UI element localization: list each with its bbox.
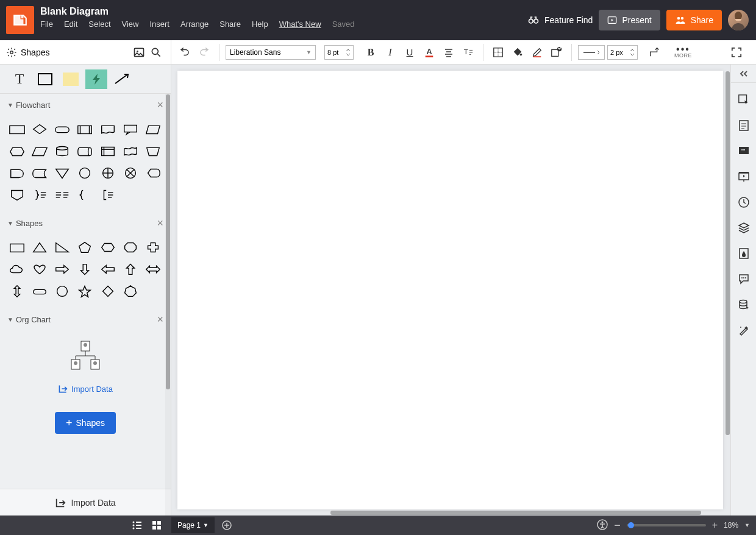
shape-pill[interactable] bbox=[30, 282, 49, 301]
fill-button[interactable] bbox=[509, 44, 526, 61]
menu-insert[interactable]: Insert bbox=[149, 19, 169, 29]
canvas-scrollbar-horizontal[interactable] bbox=[177, 510, 723, 516]
rectangle-tool[interactable] bbox=[34, 69, 56, 89]
orgchart-shape[interactable] bbox=[67, 340, 104, 375]
dock-theme[interactable] bbox=[735, 245, 752, 262]
fullscreen-button[interactable] bbox=[728, 44, 745, 61]
shape-triangle[interactable] bbox=[30, 238, 49, 257]
orgchart-import-link[interactable]: Import Data bbox=[0, 384, 171, 394]
shape-internal-storage[interactable] bbox=[98, 141, 118, 161]
dock-slides[interactable] bbox=[735, 168, 752, 185]
menu-arrange[interactable]: Arrange bbox=[180, 19, 209, 29]
gear-icon[interactable] bbox=[6, 47, 17, 58]
shape-rectangle[interactable] bbox=[7, 238, 27, 257]
shape-direct-data[interactable] bbox=[75, 141, 94, 161]
close-icon[interactable]: × bbox=[157, 99, 163, 112]
menu-view[interactable]: View bbox=[122, 19, 139, 29]
app-logo[interactable] bbox=[6, 6, 34, 34]
shape-note-lines[interactable] bbox=[52, 185, 72, 205]
search-shapes-button[interactable] bbox=[148, 44, 165, 61]
redo-button[interactable] bbox=[196, 44, 213, 61]
section-shapes-header[interactable]: ▼ Shapes × bbox=[0, 212, 171, 234]
shape-arrow-updown[interactable] bbox=[7, 282, 27, 301]
zoom-knob[interactable] bbox=[628, 522, 634, 528]
present-button[interactable]: Present bbox=[599, 10, 660, 30]
shape-hexagon[interactable] bbox=[98, 238, 118, 257]
shape-delay[interactable] bbox=[7, 163, 27, 183]
border-color-button[interactable] bbox=[529, 44, 546, 61]
menu-file[interactable]: File bbox=[40, 19, 53, 29]
menu-select[interactable]: Select bbox=[88, 19, 110, 29]
bold-button[interactable]: B bbox=[362, 44, 379, 61]
document-title[interactable]: Blank Diagram bbox=[40, 6, 527, 19]
shape-process[interactable] bbox=[7, 119, 27, 139]
shape-bracket-left[interactable] bbox=[98, 185, 118, 205]
close-icon[interactable]: × bbox=[157, 313, 163, 326]
section-orgchart-header[interactable]: ▼ Org Chart × bbox=[0, 308, 171, 330]
line-routing-button[interactable] bbox=[646, 44, 663, 61]
shape-polygon[interactable] bbox=[121, 282, 140, 301]
zoom-value[interactable]: 18% bbox=[724, 521, 738, 530]
canvas-scrollbar-vertical[interactable] bbox=[725, 71, 730, 489]
line-width-select[interactable]: 2 px bbox=[607, 45, 638, 60]
dock-layers[interactable] bbox=[735, 219, 752, 236]
italic-button[interactable]: I bbox=[382, 44, 399, 61]
shape-brace-left[interactable] bbox=[75, 185, 94, 205]
feature-find-button[interactable]: Feature Find bbox=[527, 14, 593, 26]
note-tool[interactable] bbox=[60, 69, 82, 89]
shape-arrow-left[interactable] bbox=[98, 260, 118, 279]
import-data-button[interactable]: Import Data bbox=[0, 489, 171, 516]
page-tab[interactable]: Page 1 ▼ bbox=[171, 517, 215, 533]
shape-or[interactable] bbox=[98, 163, 118, 183]
shape-stored-data[interactable] bbox=[30, 163, 49, 183]
shape-brace-right[interactable] bbox=[30, 185, 49, 205]
chevron-down-icon[interactable]: ▼ bbox=[744, 522, 750, 528]
dock-history[interactable] bbox=[735, 194, 752, 211]
shape-heart[interactable] bbox=[30, 260, 49, 279]
shape-callout[interactable] bbox=[121, 119, 140, 139]
dock-comments[interactable] bbox=[735, 271, 752, 288]
text-options-button[interactable]: T bbox=[460, 44, 477, 61]
shape-terminator[interactable] bbox=[52, 119, 72, 139]
shape-right-triangle[interactable] bbox=[52, 238, 72, 257]
dock-collapse-button[interactable] bbox=[731, 68, 756, 83]
shape-decision[interactable] bbox=[30, 119, 49, 139]
shape-paper-tape[interactable] bbox=[121, 141, 140, 161]
line-tool[interactable] bbox=[111, 69, 133, 89]
shape-predefined[interactable] bbox=[75, 119, 94, 139]
menu-edit[interactable]: Edit bbox=[64, 19, 77, 29]
accessibility-button[interactable] bbox=[597, 519, 608, 532]
shape-display[interactable] bbox=[143, 163, 163, 183]
undo-button[interactable] bbox=[176, 44, 193, 61]
text-tool[interactable]: T bbox=[9, 69, 30, 89]
shape-pentagon[interactable] bbox=[75, 238, 94, 257]
zoom-slider[interactable] bbox=[627, 524, 706, 526]
more-button[interactable]: ••• MORE bbox=[674, 46, 692, 58]
zoom-out-button[interactable]: − bbox=[614, 519, 621, 532]
add-page-button[interactable] bbox=[219, 518, 234, 533]
share-button[interactable]: Share bbox=[666, 10, 722, 30]
shape-data[interactable] bbox=[143, 119, 163, 139]
shape-cross[interactable] bbox=[143, 238, 163, 257]
zoom-in-button[interactable]: + bbox=[712, 520, 718, 531]
shape-arrow-up[interactable] bbox=[121, 260, 140, 279]
dock-actions[interactable] bbox=[735, 322, 752, 339]
list-view-button[interactable] bbox=[130, 518, 144, 533]
underline-button[interactable]: U bbox=[401, 44, 418, 61]
shape-layout-button[interactable] bbox=[490, 44, 507, 61]
shape-star[interactable] bbox=[75, 282, 94, 301]
add-shapes-button[interactable]: + Shapes bbox=[55, 412, 116, 434]
shape-preparation[interactable] bbox=[7, 141, 27, 161]
sidebar-scrollbar[interactable] bbox=[165, 94, 171, 516]
font-size-select[interactable]: 8 pt bbox=[324, 45, 354, 60]
font-family-select[interactable]: Liberation Sans▼ bbox=[226, 45, 316, 60]
shape-merge[interactable] bbox=[52, 163, 72, 183]
shape-connector[interactable] bbox=[75, 163, 94, 183]
shape-octagon[interactable] bbox=[121, 238, 140, 257]
shape-offpage[interactable] bbox=[7, 185, 27, 205]
menu-share[interactable]: Share bbox=[219, 19, 241, 29]
dock-context[interactable]: "" bbox=[735, 143, 752, 160]
shape-arrow-right[interactable] bbox=[52, 260, 72, 279]
line-style-select[interactable] bbox=[578, 45, 605, 60]
close-icon[interactable]: × bbox=[157, 217, 163, 230]
